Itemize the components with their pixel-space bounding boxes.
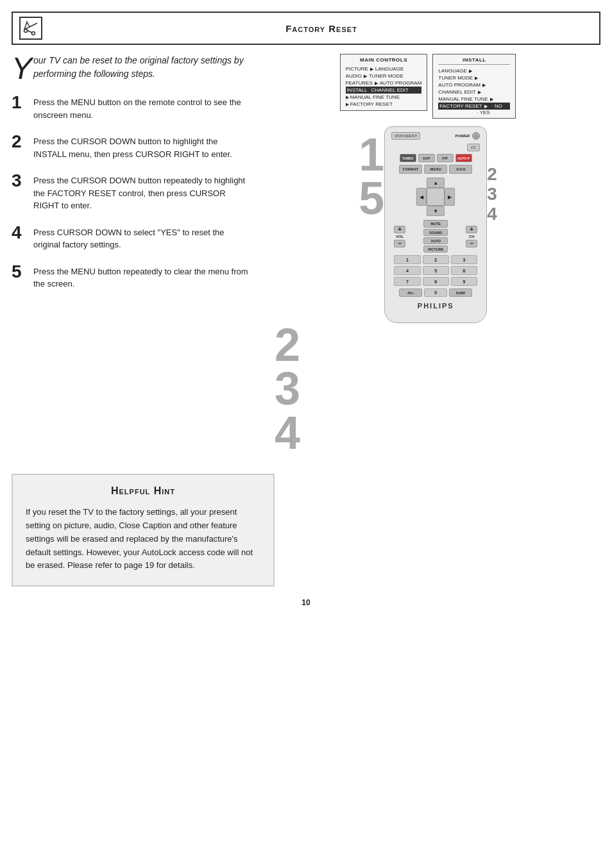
brand-label: PHILIPS	[391, 302, 480, 310]
num-5-button[interactable]: 5	[423, 266, 449, 275]
format-button[interactable]: FORMAT	[399, 165, 422, 174]
step-5-number: 5	[12, 263, 26, 281]
vol-label: VOL	[396, 235, 404, 238]
num-2-button[interactable]: 2	[423, 255, 449, 264]
overlay-number-5: 5	[359, 176, 384, 220]
av-button[interactable]: AV+	[399, 288, 422, 297]
num-9-button[interactable]: 9	[451, 277, 477, 286]
format-menu-row: FORMAT MENU A/CH	[391, 165, 480, 174]
step-5-text: Press the MENU button repeatedly to clea…	[33, 263, 249, 290]
sound-button[interactable]: SOUND	[423, 229, 448, 236]
badge-4: 4	[487, 204, 497, 224]
num-7-button[interactable]: 7	[394, 277, 420, 286]
main-controls-title: MAIN CONTROLS	[346, 57, 422, 63]
bottom-badge-4: 4	[275, 411, 300, 455]
install-row-factory: FACTORY RESET ▶ · NO	[438, 103, 510, 110]
vol-ch-row: + VOL – MUTE SOUND AUTO PICTURE + CH	[391, 220, 480, 253]
zero-button[interactable]: 0	[424, 288, 447, 297]
cursor-up-button[interactable]: ▲	[427, 178, 445, 188]
menu-row-features: FEATURES ▶ AUTO PROGRAM	[346, 79, 422, 87]
diagrams-column: MAIN CONTROLS PICTURE ▶ LANGUAGE AUDIO ▶…	[255, 54, 600, 455]
vol-minus-button[interactable]: –	[394, 240, 405, 247]
num-6-button[interactable]: 6	[451, 266, 477, 275]
menu-row-picture: PICTURE ▶ LANGUAGE	[346, 65, 422, 72]
install-menu: INSTALL LANGUAGE ▶ TUNER MODE ▶ AUTO PRO…	[432, 54, 516, 119]
menu-row-install: INSTALL CHANNEL EDIT	[346, 87, 422, 94]
num-8-button[interactable]: 8	[423, 277, 449, 286]
cursor-right-button[interactable]: ▶	[445, 188, 455, 206]
autop-button[interactable]: AUTO P	[455, 154, 472, 162]
menu-row-manual: ▶ MANUAL FINE TUNE	[346, 94, 422, 101]
step-4-text: Press CURSOR DOWN to select "YES" to res…	[33, 224, 249, 251]
step-2-text: Press the CURSOR DOWN button to highligh…	[33, 133, 249, 160]
menu-diagrams: MAIN CONTROLS PICTURE ▶ LANGUAGE AUDIO ▶…	[340, 54, 516, 119]
main-content: Your TV can be reset to the original fac…	[12, 54, 600, 455]
overlay-number-1: 1	[359, 133, 384, 176]
power-button[interactable]: ○	[472, 132, 480, 140]
badge-3: 3	[487, 185, 497, 204]
num-4-button[interactable]: 4	[394, 266, 420, 275]
step-1: 1 Press the MENU button on the remote co…	[12, 94, 249, 121]
turbo-button[interactable]: TURBO	[400, 154, 416, 162]
install-row-channel: CHANNEL EDIT ▶	[438, 88, 510, 96]
step-4-number: 4	[12, 224, 26, 242]
bottom-row: AV+ 0 SURF	[391, 288, 480, 297]
cursor-down-button[interactable]: ▼	[427, 206, 445, 216]
picture-button[interactable]: PICTURE	[423, 246, 448, 253]
page-number: 10	[0, 598, 612, 607]
function-buttons-row: TURBO SAP PIP AUTO P	[391, 154, 480, 162]
auto-button[interactable]: AUTO	[423, 237, 448, 244]
bottom-badge-3: 3	[275, 367, 300, 410]
install-title: INSTALL	[438, 57, 510, 65]
remote-top-bar: STATUS/EXIT POWER ○	[391, 132, 480, 140]
hint-title: Helpful Hint	[26, 485, 260, 497]
main-controls-menu: MAIN CONTROLS PICTURE ▶ LANGUAGE AUDIO ▶…	[340, 54, 428, 111]
header-icon	[19, 17, 42, 40]
vol-plus-button[interactable]: +	[394, 226, 405, 233]
step-5: 5 Press the MENU button repeatedly to cl…	[12, 263, 249, 290]
svg-line-0	[30, 23, 37, 27]
step-badges-right: 2 3 4	[487, 165, 497, 224]
install-row-tuner: TUNER MODE ▶	[438, 74, 510, 81]
helpful-hint-section: Helpful Hint If you reset the TV to the …	[12, 474, 275, 587]
menu-row-factory: ▶ FACTORY RESET	[346, 101, 422, 108]
sap-button[interactable]: SAP	[418, 154, 435, 162]
surf-button[interactable]: SURF	[449, 288, 472, 297]
step-3: 3 Press the CURSOR DOWN button repeatedl…	[12, 172, 249, 212]
yes-option: · YES	[438, 110, 510, 115]
cc-button[interactable]: CC	[467, 144, 480, 151]
pip-button[interactable]: PIP	[437, 154, 454, 162]
dpad: ▲ ◀ ▶ ▼	[391, 178, 480, 216]
remote-container: 1 5 STATUS/EXIT POWER ○	[359, 126, 497, 323]
hint-text: If you reset the TV to the factory setti…	[26, 506, 260, 572]
mute-button[interactable]: MUTE	[423, 220, 448, 228]
status-exit-button[interactable]: STATUS/EXIT	[391, 132, 420, 140]
step-1-text: Press the MENU button on the remote cont…	[33, 94, 249, 121]
install-row-language: LANGUAGE ▶	[438, 67, 510, 74]
badge-2: 2	[487, 165, 497, 185]
install-row-mft: MANUAL FINE TUNE ▶	[438, 96, 510, 103]
menu-button[interactable]: MENU	[424, 165, 447, 174]
axn-button[interactable]: A/CH	[449, 165, 472, 174]
svg-point-1	[24, 29, 28, 33]
bottom-overlay-numbers: 2 3 4	[275, 323, 300, 455]
step-4: 4 Press CURSOR DOWN to select "YES" to r…	[12, 224, 249, 251]
ch-minus-button[interactable]: –	[466, 240, 477, 247]
numpad: 1 2 3 4 5 6 7 8 9	[391, 255, 480, 286]
page-title: Factory Reset	[50, 23, 593, 34]
volume-col: + VOL –	[394, 226, 405, 247]
ch-plus-button[interactable]: +	[466, 226, 477, 233]
svg-point-2	[32, 32, 35, 35]
cursor-left-button[interactable]: ◀	[416, 188, 427, 206]
step-3-number: 3	[12, 172, 26, 190]
center-btns: MUTE SOUND AUTO PICTURE	[423, 220, 448, 253]
instructions-column: Your TV can be reset to the original fac…	[12, 54, 249, 455]
page-header: Factory Reset	[12, 12, 600, 45]
power-label: POWER	[455, 134, 470, 138]
num-1-button[interactable]: 1	[394, 255, 420, 264]
step-3-text: Press the CURSOR DOWN button repeatedly …	[33, 172, 249, 212]
remote-control: STATUS/EXIT POWER ○ CC TURBO	[384, 126, 487, 323]
num-3-button[interactable]: 3	[451, 255, 477, 264]
menu-row-audio: AUDIO ▶ TUNER MODE	[346, 72, 422, 79]
drop-cap: Y	[12, 54, 32, 81]
